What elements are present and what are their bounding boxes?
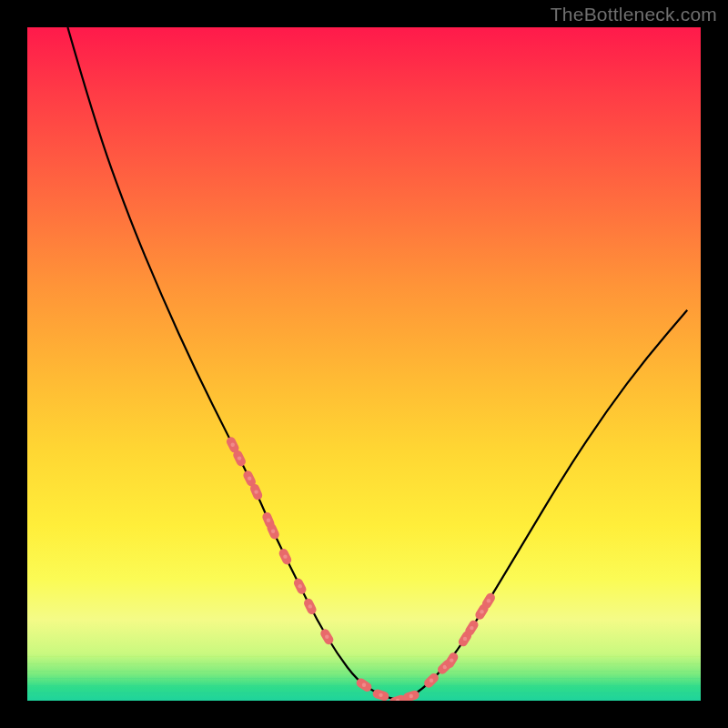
curve-marker-dot [267,518,270,521]
curve-marker-dot [308,604,312,608]
chart-frame [27,27,701,701]
curve-marker-dot [410,694,413,698]
curve-marker-dot [238,456,241,460]
bottleneck-curve [67,27,687,699]
curve-marker-dot [362,683,366,687]
curve-marker-dot [254,490,258,493]
curve-marker-dot [379,693,382,697]
curve-markers [225,436,497,701]
curve-marker-dot [231,443,235,447]
curve-marker-dot [470,626,473,630]
curve-marker-dot [271,530,275,533]
chart-svg [27,27,701,701]
curve-marker-dot [248,477,251,480]
curve-marker-dot [450,658,453,662]
curve-marker-dot [480,610,483,613]
curve-marker-dot [298,584,302,588]
curve-marker-dot [463,637,467,641]
curve-path [67,27,687,699]
curve-marker-dot [283,554,287,558]
curve-marker-dot [325,635,329,639]
curve-marker-dot [430,679,433,682]
curve-marker-dot [487,599,490,602]
watermark-text: TheBottleneck.com [551,4,717,25]
